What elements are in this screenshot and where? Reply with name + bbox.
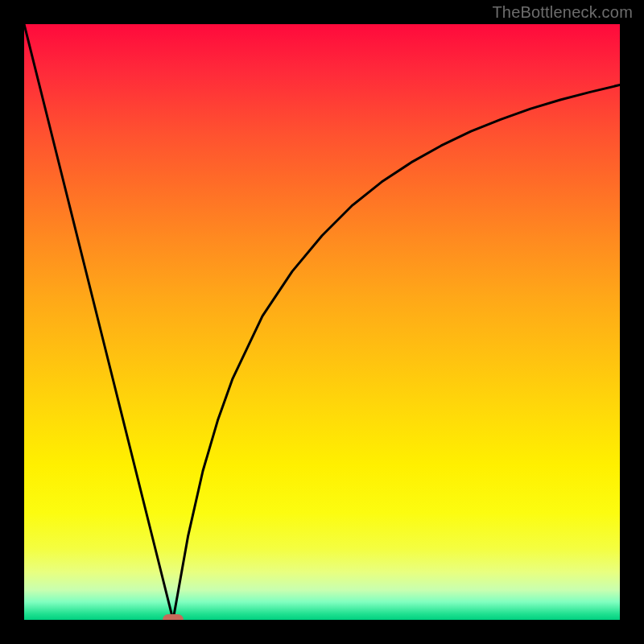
chart-frame: TheBottleneck.com [0,0,644,644]
series-left-branch [24,24,173,620]
curve-svg [24,24,620,620]
watermark-text: TheBottleneck.com [492,3,633,22]
series-right-branch [173,85,620,620]
minimum-marker [163,614,184,620]
plot-area [24,24,620,620]
curve-lines [24,24,620,620]
